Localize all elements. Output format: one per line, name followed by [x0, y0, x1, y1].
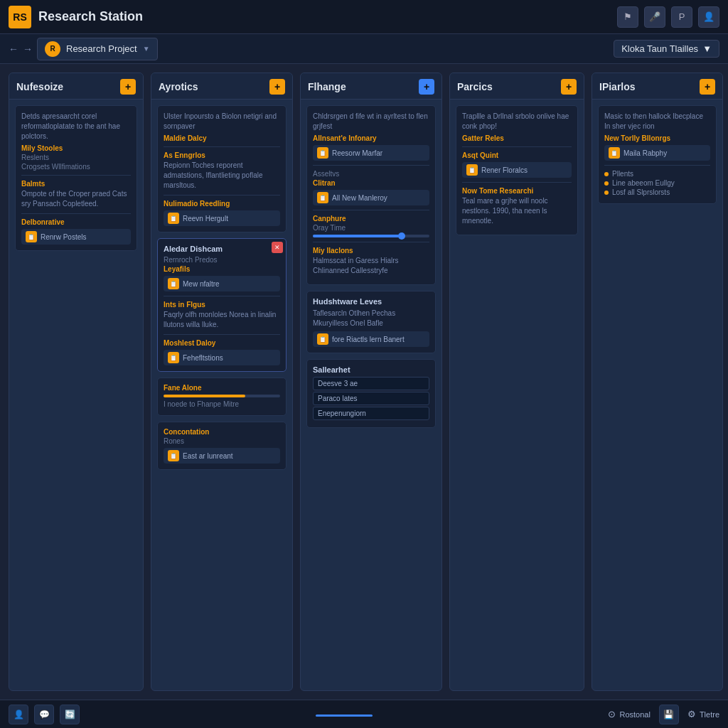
card-c2[interactable]: Ulster Inpoursto a Biolon netigri and so…	[157, 105, 287, 232]
restore-icon: ⊙	[608, 709, 616, 719]
card-c1-sub2: Crogsets Wllfimations	[21, 163, 131, 171]
card-c9-bullet3: Losf all Slprslorsts	[604, 188, 710, 196]
bottom-save-icon-btn[interactable]: 💾	[659, 705, 679, 724]
col-header-parcics: Parcics +	[450, 73, 584, 100]
view-selector-arrow: ▼	[702, 43, 712, 54]
bottom-refresh-icon[interactable]: 🔄	[60, 705, 80, 724]
col-body-ayrotics: Ulster Inpoursto a Biolon netigri and so…	[151, 100, 292, 690]
user-icon-btn[interactable]: 👤	[698, 6, 719, 28]
bottom-left-actions: 👤 💬 🔄	[9, 705, 80, 724]
card-c9-desc: Masic to then hallock Ibecplace In sher …	[604, 112, 710, 132]
card-c8-action-text: Rener Floralcs	[481, 166, 528, 174]
column-flhange: Flhange + Chldrsrgen d fife wt in ayrlte…	[300, 73, 442, 691]
bottom-bar: 👤 💬 🔄 ⊙ Rostonal 💾 ⚙ Tletre	[0, 700, 728, 728]
card-c1-desc: Detds apresaarcht corel reformatloplatat…	[21, 112, 131, 141]
app-title: Research Station	[38, 9, 617, 24]
card-c2-sub-action2[interactable]: 📋 Mew nfaltre	[164, 276, 280, 291]
col-add-ayrotics[interactable]: +	[269, 79, 285, 95]
card-c8-label: Gatter Reles	[462, 134, 572, 142]
card-c5-action1-text: Reesorw Marfar	[332, 149, 382, 157]
col-add-flhange[interactable]: +	[419, 79, 434, 95]
top-bar-icons: ⚑ 🎤 P 👤	[617, 6, 719, 28]
card-c5-action1[interactable]: 📋 Reesorw Marfar	[313, 145, 429, 161]
card-c1[interactable]: Detds apresaarcht corel reformatloplatat…	[15, 105, 137, 251]
card-c6[interactable]: Hudshtware Leves Taflesarcln Otlhen Pech…	[306, 291, 436, 353]
bottom-right-actions: ⊙ Rostonal 💾 ⚙ Tletre	[608, 705, 719, 724]
card-c2-label: Maldie Dalcy	[164, 134, 280, 142]
nav-forward-button[interactable]: →	[23, 43, 33, 55]
card-c7-item1[interactable]: Deesve 3 ae	[313, 377, 429, 390]
restore-button[interactable]: ⊙ Rostonal	[608, 709, 650, 719]
card-c9-bullet1: Pllents	[604, 170, 710, 178]
col-body-parcics: Trapllle a Drllnal srbolo onlive hae con…	[450, 100, 584, 690]
bottom-user-icon[interactable]: 👤	[9, 705, 28, 724]
mic-icon-btn[interactable]: 🎤	[644, 6, 665, 28]
card-c4-action[interactable]: 📋 East ar lunreant	[164, 448, 280, 464]
col-header-ipiarlos: IPiarlos +	[592, 73, 722, 100]
card-c1-section-desc: Ompote of the Croper praed Cats sry Pans…	[21, 189, 131, 209]
card-c2-sub-section2-desc: Faqrly olfh monloles Norea in linalin ll…	[164, 310, 280, 330]
card-c1-section: Balmts	[21, 180, 131, 188]
card-c8-action[interactable]: 📋 Rener Floralcs	[462, 162, 572, 178]
card-c2-action[interactable]: 📋 Reevn Hergult	[164, 210, 280, 226]
card-c5-label: Allnsant'e Infonary	[313, 134, 429, 142]
view-selector[interactable]: Kloka Taun Tlailles ▼	[614, 40, 719, 58]
col-title-flhange: Flhange	[308, 81, 346, 92]
card-c8[interactable]: Trapllle a Drllnal srbolo onlive hae con…	[456, 105, 578, 235]
card-c2-sub[interactable]: ✕ Aledar Dishcam Rernroch Predos Leyafil…	[157, 238, 287, 372]
card-c7[interactable]: Sallearhet Deesve 3 ae Paraco lates Enep…	[306, 359, 436, 428]
card-c6-action[interactable]: 📋 fore Riactls lern Banert	[313, 331, 429, 347]
card-c8-section2-desc: Teal mare a grjhe will noolc nestlons. 1…	[462, 196, 572, 226]
col-body-nufesoize: Detds apresaarcht corel reformatloplatat…	[9, 100, 143, 690]
nav-back-button[interactable]: ←	[9, 43, 18, 55]
card-c1-action[interactable]: 📋 Renrw Postels	[21, 229, 131, 245]
settings-button[interactable]: ⚙ Tletre	[687, 709, 719, 719]
card-c4-label: Rones	[164, 437, 280, 445]
card-c2-close-btn[interactable]: ✕	[272, 242, 283, 253]
bottom-chat-icon[interactable]: 💬	[34, 705, 54, 724]
card-c9-bullet2: Line abeeom Eullgy	[604, 179, 710, 187]
p-icon-btn[interactable]: P	[671, 6, 692, 28]
card-c8-section: Asqt Quint	[462, 151, 572, 159]
card-c2-section-desc: Repionn Toches reporent admatstions, Ifl…	[164, 161, 280, 191]
card-c7-item3[interactable]: Enepenungiorn	[313, 407, 429, 420]
card-c4-action-icon: 📋	[168, 450, 179, 461]
settings-icon: ⚙	[687, 709, 696, 719]
project-selector[interactable]: R Research Project ▼	[37, 38, 158, 60]
column-nufesoize: Nufesoize + Detds apresaarcht corel refo…	[9, 73, 144, 691]
restore-label: Rostonal	[619, 710, 650, 719]
card-c3[interactable]: Fane Alone I noede to Fhanpe Mitre	[157, 378, 287, 416]
view-selector-label: Kloka Taun Tlailles	[621, 43, 698, 54]
card-c9-action-icon: 📋	[609, 147, 620, 159]
col-header-ayrotics: Ayrotics +	[151, 73, 292, 100]
card-c3-bar	[164, 395, 280, 397]
col-add-ipiarlos[interactable]: +	[700, 79, 715, 95]
card-c2-sub-action3[interactable]: 📋 Fehefltstions	[164, 350, 280, 365]
col-add-nufesoize[interactable]: +	[120, 79, 136, 95]
card-c3-bar-label: I noede to Fhanpe Mitre	[164, 400, 280, 408]
card-c2-action-text: Reevn Hergult	[183, 215, 228, 223]
card-c2-sub-action2-text: Mew nfaltre	[183, 280, 220, 288]
col-add-parcics[interactable]: +	[561, 79, 577, 95]
card-c5-action2[interactable]: 📋 All New Manleroy	[313, 190, 429, 205]
card-c9[interactable]: Masic to then hallock Ibecplace In sher …	[598, 105, 717, 204]
card-c5-section3-desc: Halmsscat in Garess Hialrs Chlinanned Ca…	[313, 256, 429, 276]
card-c1-action-icon: 📋	[26, 231, 37, 242]
card-c2-sub-action2-icon: 📋	[168, 278, 179, 289]
card-c7-item2[interactable]: Paraco lates	[313, 392, 429, 405]
card-c4-title: Concontation	[164, 428, 280, 436]
card-c5-sub2: Oray Time	[313, 224, 429, 232]
card-c2-action-label: Nulimadio Reedling	[164, 200, 280, 208]
flag-icon-btn[interactable]: ⚑	[617, 6, 638, 28]
card-c9-action[interactable]: 📋 Maila Rabphy	[604, 145, 710, 161]
card-c2-sub-label2: Leyafils	[164, 265, 280, 273]
card-c4[interactable]: Concontation Rones 📋 East ar lunreant	[157, 422, 287, 470]
col-body-ipiarlos: Masic to then hallock Ibecplace In sher …	[592, 100, 722, 690]
card-c5-slider[interactable]	[313, 235, 429, 237]
card-c6-action-text: fore Riactls lern Banert	[332, 336, 405, 343]
nav-bar: ← → R Research Project ▼ Kloka Taun Tlai…	[0, 34, 728, 64]
card-c2-sub-title: Aledar Dishcam	[164, 245, 280, 253]
card-c2-sub-label3: Moshlest Daloy	[164, 339, 280, 347]
column-ayrotics: Ayrotics + Ulster Inpoursto a Biolon net…	[151, 73, 293, 691]
card-c5[interactable]: Chldrsrgen d fife wt in ayrltest to flen…	[306, 105, 436, 285]
